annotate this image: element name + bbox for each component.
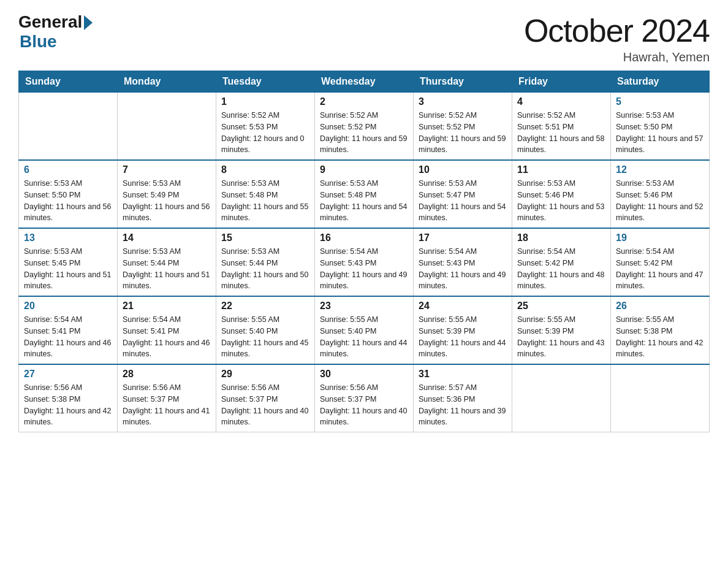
day-number: 19 — [616, 232, 704, 243]
day-info: Sunrise: 5:53 AMSunset: 5:48 PMDaylight:… — [221, 178, 309, 224]
table-row: 5Sunrise: 5:53 AMSunset: 5:50 PMDaylight… — [611, 93, 710, 161]
table-row: 3Sunrise: 5:52 AMSunset: 5:52 PMDaylight… — [414, 93, 512, 161]
day-number: 16 — [320, 232, 408, 243]
table-row: 13Sunrise: 5:53 AMSunset: 5:45 PMDayligh… — [19, 228, 118, 296]
week-row-4: 20Sunrise: 5:54 AMSunset: 5:41 PMDayligh… — [19, 296, 710, 364]
day-info: Sunrise: 5:53 AMSunset: 5:44 PMDaylight:… — [123, 246, 211, 292]
table-row: 25Sunrise: 5:55 AMSunset: 5:39 PMDayligh… — [512, 296, 611, 364]
table-row: 16Sunrise: 5:54 AMSunset: 5:43 PMDayligh… — [315, 228, 414, 296]
day-info: Sunrise: 5:55 AMSunset: 5:40 PMDaylight:… — [320, 314, 408, 360]
day-info: Sunrise: 5:54 AMSunset: 5:41 PMDaylight:… — [123, 314, 211, 360]
header-monday: Monday — [118, 71, 216, 93]
day-number: 22 — [221, 301, 309, 312]
table-row: 11Sunrise: 5:53 AMSunset: 5:46 PMDayligh… — [512, 160, 611, 228]
day-number: 1 — [221, 96, 309, 107]
table-row: 6Sunrise: 5:53 AMSunset: 5:50 PMDaylight… — [19, 160, 118, 228]
day-info: Sunrise: 5:53 AMSunset: 5:45 PMDaylight:… — [24, 246, 112, 292]
day-info: Sunrise: 5:53 AMSunset: 5:50 PMDaylight:… — [616, 110, 704, 156]
day-number: 3 — [419, 96, 507, 107]
day-info: Sunrise: 5:56 AMSunset: 5:37 PMDaylight:… — [221, 382, 309, 428]
logo-blue-text: Blue — [20, 32, 57, 52]
day-number: 23 — [320, 301, 408, 312]
day-number: 28 — [123, 369, 211, 380]
table-row: 27Sunrise: 5:56 AMSunset: 5:38 PMDayligh… — [19, 364, 118, 432]
table-row: 4Sunrise: 5:52 AMSunset: 5:51 PMDaylight… — [512, 93, 611, 161]
page-header: General Blue October 2024 Hawrah, Yemen — [18, 12, 710, 64]
week-row-1: 1Sunrise: 5:52 AMSunset: 5:53 PMDaylight… — [19, 93, 710, 161]
day-info: Sunrise: 5:55 AMSunset: 5:39 PMDaylight:… — [419, 314, 507, 360]
day-number: 5 — [616, 96, 704, 107]
day-info: Sunrise: 5:56 AMSunset: 5:38 PMDaylight:… — [24, 382, 112, 428]
day-info: Sunrise: 5:55 AMSunset: 5:38 PMDaylight:… — [616, 314, 704, 360]
day-info: Sunrise: 5:54 AMSunset: 5:42 PMDaylight:… — [517, 246, 605, 292]
day-info: Sunrise: 5:53 AMSunset: 5:46 PMDaylight:… — [616, 178, 704, 224]
table-row: 26Sunrise: 5:55 AMSunset: 5:38 PMDayligh… — [611, 296, 710, 364]
table-row: 22Sunrise: 5:55 AMSunset: 5:40 PMDayligh… — [216, 296, 315, 364]
header-friday: Friday — [512, 71, 611, 93]
day-info: Sunrise: 5:52 AMSunset: 5:52 PMDaylight:… — [419, 110, 507, 156]
logo-general-text: General — [18, 12, 82, 32]
day-number: 29 — [221, 369, 309, 380]
table-row: 12Sunrise: 5:53 AMSunset: 5:46 PMDayligh… — [611, 160, 710, 228]
table-row: 21Sunrise: 5:54 AMSunset: 5:41 PMDayligh… — [118, 296, 216, 364]
calendar-header: SundayMondayTuesdayWednesdayThursdayFrid… — [19, 71, 710, 93]
table-row: 29Sunrise: 5:56 AMSunset: 5:37 PMDayligh… — [216, 364, 315, 432]
table-row — [118, 93, 216, 161]
table-row: 8Sunrise: 5:53 AMSunset: 5:48 PMDaylight… — [216, 160, 315, 228]
header-saturday: Saturday — [611, 71, 710, 93]
day-number: 21 — [123, 301, 211, 312]
day-number: 31 — [419, 369, 507, 380]
header-sunday: Sunday — [19, 71, 118, 93]
day-info: Sunrise: 5:56 AMSunset: 5:37 PMDaylight:… — [320, 382, 408, 428]
day-info: Sunrise: 5:52 AMSunset: 5:52 PMDaylight:… — [320, 110, 408, 156]
day-info: Sunrise: 5:52 AMSunset: 5:51 PMDaylight:… — [517, 110, 605, 156]
day-number: 14 — [123, 232, 211, 243]
table-row: 7Sunrise: 5:53 AMSunset: 5:49 PMDaylight… — [118, 160, 216, 228]
header-tuesday: Tuesday — [216, 71, 315, 93]
day-number: 15 — [221, 232, 309, 243]
week-row-5: 27Sunrise: 5:56 AMSunset: 5:38 PMDayligh… — [19, 364, 710, 432]
day-number: 27 — [24, 369, 112, 380]
header-row: SundayMondayTuesdayWednesdayThursdayFrid… — [19, 71, 710, 93]
logo: General Blue — [18, 12, 93, 52]
day-number: 7 — [123, 164, 211, 175]
day-number: 11 — [517, 164, 605, 175]
table-row: 23Sunrise: 5:55 AMSunset: 5:40 PMDayligh… — [315, 296, 414, 364]
day-number: 8 — [221, 164, 309, 175]
day-number: 25 — [517, 301, 605, 312]
table-row: 2Sunrise: 5:52 AMSunset: 5:52 PMDaylight… — [315, 93, 414, 161]
week-row-2: 6Sunrise: 5:53 AMSunset: 5:50 PMDaylight… — [19, 160, 710, 228]
day-number: 2 — [320, 96, 408, 107]
day-info: Sunrise: 5:56 AMSunset: 5:37 PMDaylight:… — [123, 382, 211, 428]
day-info: Sunrise: 5:54 AMSunset: 5:41 PMDaylight:… — [24, 314, 112, 360]
day-number: 12 — [616, 164, 704, 175]
day-number: 30 — [320, 369, 408, 380]
calendar-body: 1Sunrise: 5:52 AMSunset: 5:53 PMDaylight… — [19, 93, 710, 432]
table-row — [19, 93, 118, 161]
day-info: Sunrise: 5:54 AMSunset: 5:43 PMDaylight:… — [419, 246, 507, 292]
day-info: Sunrise: 5:53 AMSunset: 5:50 PMDaylight:… — [24, 178, 112, 224]
calendar-table: SundayMondayTuesdayWednesdayThursdayFrid… — [18, 71, 710, 432]
day-number: 6 — [24, 164, 112, 175]
table-row: 10Sunrise: 5:53 AMSunset: 5:47 PMDayligh… — [414, 160, 512, 228]
day-number: 20 — [24, 301, 112, 312]
table-row: 30Sunrise: 5:56 AMSunset: 5:37 PMDayligh… — [315, 364, 414, 432]
table-row: 19Sunrise: 5:54 AMSunset: 5:42 PMDayligh… — [611, 228, 710, 296]
day-info: Sunrise: 5:53 AMSunset: 5:48 PMDaylight:… — [320, 178, 408, 224]
day-info: Sunrise: 5:53 AMSunset: 5:46 PMDaylight:… — [517, 178, 605, 224]
table-row: 9Sunrise: 5:53 AMSunset: 5:48 PMDaylight… — [315, 160, 414, 228]
day-number: 17 — [419, 232, 507, 243]
table-row: 20Sunrise: 5:54 AMSunset: 5:41 PMDayligh… — [19, 296, 118, 364]
day-number: 18 — [517, 232, 605, 243]
main-title: October 2024 — [524, 12, 710, 49]
day-number: 9 — [320, 164, 408, 175]
day-info: Sunrise: 5:55 AMSunset: 5:40 PMDaylight:… — [221, 314, 309, 360]
table-row: 24Sunrise: 5:55 AMSunset: 5:39 PMDayligh… — [414, 296, 512, 364]
day-info: Sunrise: 5:53 AMSunset: 5:47 PMDaylight:… — [419, 178, 507, 224]
header-thursday: Thursday — [414, 71, 512, 93]
table-row: 17Sunrise: 5:54 AMSunset: 5:43 PMDayligh… — [414, 228, 512, 296]
header-wednesday: Wednesday — [315, 71, 414, 93]
day-info: Sunrise: 5:57 AMSunset: 5:36 PMDaylight:… — [419, 382, 507, 428]
week-row-3: 13Sunrise: 5:53 AMSunset: 5:45 PMDayligh… — [19, 228, 710, 296]
day-number: 13 — [24, 232, 112, 243]
